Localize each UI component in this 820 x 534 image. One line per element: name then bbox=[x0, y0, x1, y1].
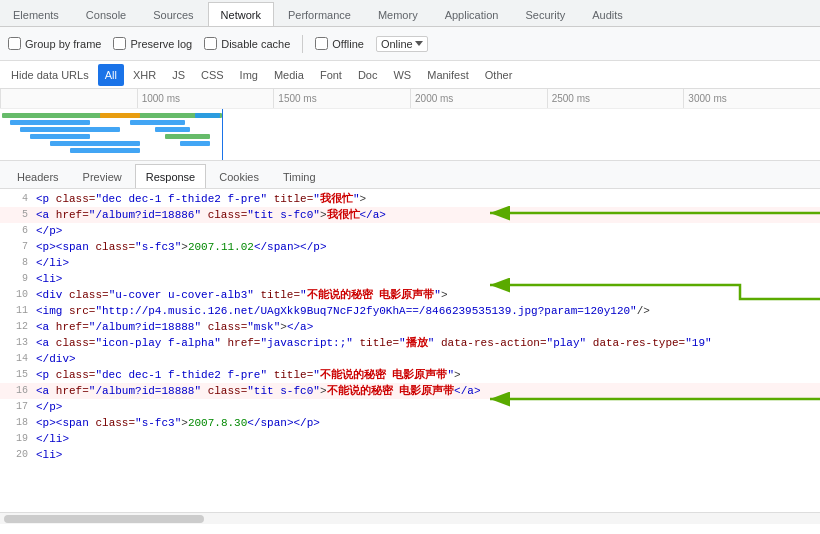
toolbar-separator bbox=[302, 35, 303, 53]
code-line-14: 14 </div> bbox=[0, 351, 820, 367]
tab-security[interactable]: Security bbox=[512, 2, 578, 26]
code-line-16: 16 <a href="/album?id=18888" class="tit … bbox=[0, 383, 820, 399]
filter-xhr[interactable]: XHR bbox=[126, 64, 163, 86]
filter-media[interactable]: Media bbox=[267, 64, 311, 86]
code-line-8: 8 </li> bbox=[0, 255, 820, 271]
throttle-dropdown-icon bbox=[415, 41, 423, 46]
timeline-cursor bbox=[222, 109, 223, 161]
tab-sources[interactable]: Sources bbox=[140, 2, 206, 26]
preserve-log-checkbox[interactable] bbox=[113, 37, 126, 50]
timeline-bar-11 bbox=[180, 141, 210, 146]
code-line-9: 9 <li> bbox=[0, 271, 820, 287]
filter-all[interactable]: All bbox=[98, 64, 124, 86]
tab-network[interactable]: Network bbox=[208, 2, 274, 26]
online-label: Online bbox=[381, 38, 413, 50]
timeline-mark-2: 1500 ms bbox=[273, 89, 410, 108]
top-nav-bar: Elements Console Sources Network Perform… bbox=[0, 0, 820, 27]
code-line-11: 11 <img src="http://p4.music.126.net/UAg… bbox=[0, 303, 820, 319]
timeline-ruler: 1000 ms 1500 ms 2000 ms 2500 ms 3000 ms bbox=[0, 89, 820, 109]
offline-checkbox[interactable] bbox=[315, 37, 328, 50]
tab-performance[interactable]: Performance bbox=[275, 2, 364, 26]
panel-tab-cookies[interactable]: Cookies bbox=[208, 164, 270, 188]
code-line-19: 19 </li> bbox=[0, 431, 820, 447]
offline-option[interactable]: Offline bbox=[315, 37, 364, 50]
disable-cache-option[interactable]: Disable cache bbox=[204, 37, 290, 50]
timeline-bars bbox=[0, 109, 820, 161]
code-line-13: 13 <a class="icon-play f-alpha" href="ja… bbox=[0, 335, 820, 351]
filter-js[interactable]: JS bbox=[165, 64, 192, 86]
preserve-log-label: Preserve log bbox=[130, 38, 192, 50]
timeline-bar-12 bbox=[195, 113, 220, 118]
network-toolbar: Group by frame Preserve log Disable cach… bbox=[0, 27, 820, 61]
filter-img[interactable]: Img bbox=[233, 64, 265, 86]
tab-console[interactable]: Console bbox=[73, 2, 139, 26]
filter-ws[interactable]: WS bbox=[386, 64, 418, 86]
timeline-mark-1: 1000 ms bbox=[137, 89, 274, 108]
scrollbar-thumb[interactable] bbox=[4, 515, 204, 523]
tab-audits[interactable]: Audits bbox=[579, 2, 636, 26]
code-line-18: 18 <p><span class="s-fc3">2007.8.30</spa… bbox=[0, 415, 820, 431]
panel-tab-preview[interactable]: Preview bbox=[72, 164, 133, 188]
timeline-bar-3 bbox=[20, 127, 120, 132]
disable-cache-label: Disable cache bbox=[221, 38, 290, 50]
tab-memory[interactable]: Memory bbox=[365, 2, 431, 26]
timeline-bar-9 bbox=[155, 127, 190, 132]
preserve-log-option[interactable]: Preserve log bbox=[113, 37, 192, 50]
timeline-mark-0 bbox=[0, 89, 137, 108]
timeline-mark-4: 2500 ms bbox=[547, 89, 684, 108]
filter-manifest[interactable]: Manifest bbox=[420, 64, 476, 86]
horizontal-scrollbar[interactable] bbox=[0, 512, 820, 524]
timeline-bar-4 bbox=[30, 134, 90, 139]
code-line-4: 4 <p class="dec dec-1 f-thide2 f-pre" ti… bbox=[0, 191, 820, 207]
disable-cache-checkbox[interactable] bbox=[204, 37, 217, 50]
code-line-5: 5 <a href="/album?id=18886" class="tit s… bbox=[0, 207, 820, 223]
timeline-bar-10 bbox=[165, 134, 210, 139]
code-line-15: 15 <p class="dec dec-1 f-thide2 f-pre" t… bbox=[0, 367, 820, 383]
timeline-bar-5 bbox=[50, 141, 140, 146]
group-by-frame-label: Group by frame bbox=[25, 38, 101, 50]
timeline-bar-6 bbox=[70, 148, 140, 153]
timeline-area: 1000 ms 1500 ms 2000 ms 2500 ms 3000 ms bbox=[0, 89, 820, 161]
code-line-17: 17 </p> bbox=[0, 399, 820, 415]
code-line-10: 10 <div class="u-cover u-cover-alb3" tit… bbox=[0, 287, 820, 303]
panel-tabs-bar: Headers Preview Response Cookies Timing bbox=[0, 161, 820, 189]
offline-label: Offline bbox=[332, 38, 364, 50]
panel-tab-response[interactable]: Response bbox=[135, 164, 207, 188]
group-by-frame-checkbox[interactable] bbox=[8, 37, 21, 50]
filter-tabs-bar: Hide data URLs All XHR JS CSS Img Media … bbox=[0, 61, 820, 89]
code-line-6: 6 </p> bbox=[0, 223, 820, 239]
timeline-mark-3: 2000 ms bbox=[410, 89, 547, 108]
code-line-12: 12 <a href="/album?id=18888" class="msk"… bbox=[0, 319, 820, 335]
filter-font[interactable]: Font bbox=[313, 64, 349, 86]
code-line-20: 20 <li> bbox=[0, 447, 820, 463]
panel-tab-timing[interactable]: Timing bbox=[272, 164, 327, 188]
filter-css[interactable]: CSS bbox=[194, 64, 231, 86]
code-line-7: 7 <p><span class="s-fc3">2007.11.02</spa… bbox=[0, 239, 820, 255]
response-code-area[interactable]: 4 <p class="dec dec-1 f-thide2 f-pre" ti… bbox=[0, 189, 820, 512]
tab-application[interactable]: Application bbox=[432, 2, 512, 26]
tab-elements[interactable]: Elements bbox=[0, 2, 72, 26]
timeline-mark-5: 3000 ms bbox=[683, 89, 820, 108]
timeline-bar-7 bbox=[100, 113, 140, 118]
timeline-bar-8 bbox=[130, 120, 185, 125]
filter-other[interactable]: Other bbox=[478, 64, 520, 86]
filter-hide-data-urls[interactable]: Hide data URLs bbox=[4, 64, 96, 86]
group-by-frame-option[interactable]: Group by frame bbox=[8, 37, 101, 50]
timeline-bar-2 bbox=[10, 120, 90, 125]
filter-doc[interactable]: Doc bbox=[351, 64, 385, 86]
panel-tab-headers[interactable]: Headers bbox=[6, 164, 70, 188]
throttle-select[interactable]: Online bbox=[376, 36, 428, 52]
